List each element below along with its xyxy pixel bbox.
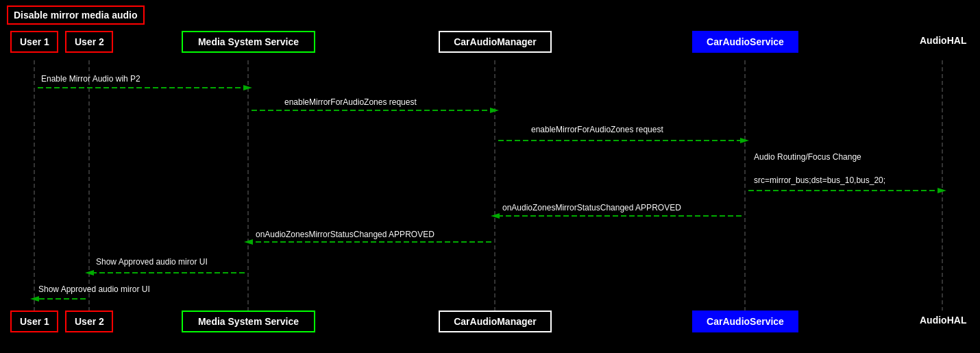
msg4-sublabel: src=mirror_bus;dst=bus_10,bus_20;: [754, 175, 885, 185]
actor-mss-top: Media System Service: [182, 31, 315, 53]
svg-marker-17: [244, 239, 253, 245]
title-box: Disable mirror media audio: [7, 5, 145, 25]
svg-marker-15: [491, 213, 500, 219]
svg-marker-9: [490, 108, 499, 113]
svg-marker-7: [243, 85, 252, 90]
msg5-label: onAudioZonesMirrorStatusChanged APPROVED: [502, 203, 681, 212]
msg4-label: Audio Routing/Focus Change: [754, 152, 861, 162]
actor-cam-bottom: CarAudioManager: [439, 311, 552, 332]
actor-audiohal-top: AudioHAL: [911, 31, 973, 50]
diagram-container: Disable mirror media audio: [0, 0, 980, 353]
msg8-label: Show Approved audio miror UI: [38, 284, 150, 294]
actor-cam-top: CarAudioManager: [439, 31, 552, 53]
msg7-label: Show Approved audio miror UI: [96, 257, 208, 267]
actor-user1-bottom: User 1: [10, 311, 58, 332]
actor-user1-top: User 1: [10, 31, 58, 53]
actor-cas-bottom: CarAudioService: [692, 311, 798, 332]
svg-marker-21: [30, 296, 39, 302]
actor-cas-top: CarAudioService: [692, 31, 798, 53]
msg1-label: Enable Mirror Audio wih P2: [41, 74, 140, 84]
actor-user2-top: User 2: [65, 31, 113, 53]
msg6-label: onAudioZonesMirrorStatusChanged APPROVED: [256, 230, 434, 239]
svg-marker-11: [740, 138, 749, 143]
actor-mss-bottom: Media System Service: [182, 311, 315, 332]
actor-user2-bottom: User 2: [65, 311, 113, 332]
title-text: Disable mirror media audio: [14, 10, 138, 21]
actor-audiohal-bottom: AudioHAL: [911, 311, 973, 330]
svg-marker-19: [85, 270, 94, 276]
msg2-label: enableMirrorForAudioZones request: [284, 97, 417, 107]
msg3-label: enableMirrorForAudioZones request: [531, 125, 663, 134]
svg-marker-13: [938, 188, 946, 193]
